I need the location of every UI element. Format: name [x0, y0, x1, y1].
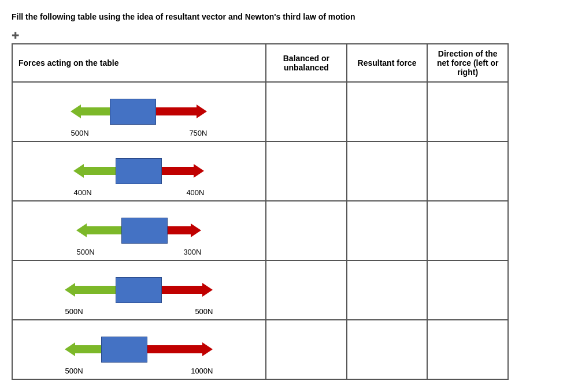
left-force-label: 500N	[65, 367, 83, 375]
row-2-resultant[interactable]	[347, 141, 428, 201]
block	[121, 218, 168, 244]
right-arrow-head	[202, 283, 213, 297]
right-force-label: 400N	[186, 188, 204, 197]
left-force-label: 400N	[73, 188, 91, 197]
block	[116, 158, 162, 184]
right-arrow-shaft	[162, 286, 202, 294]
row-3-direction[interactable]	[427, 201, 508, 260]
right-arrow-shaft	[147, 345, 202, 353]
row-5-diagram: 500N 1000N	[12, 320, 266, 379]
left-arrow-shaft	[75, 345, 101, 353]
left-force-label: 500N	[71, 129, 88, 137]
block	[101, 337, 147, 363]
force-diagram-2: 400N 400N	[18, 147, 260, 196]
left-arrow-shaft	[84, 167, 116, 175]
row-5-balanced[interactable]	[266, 320, 347, 379]
left-arrow-shaft	[87, 226, 121, 234]
left-arrow-head	[73, 164, 84, 178]
row-5-direction[interactable]	[427, 320, 508, 379]
row-3-balanced[interactable]	[266, 201, 347, 260]
block	[116, 277, 162, 303]
left-force-label: 500N	[76, 248, 94, 256]
force-diagram-5: 500N 1000N	[18, 325, 260, 374]
row-1-balanced[interactable]	[266, 82, 347, 141]
right-arrow-shaft	[168, 226, 191, 234]
move-icon: ✚	[12, 30, 19, 41]
row-3-resultant[interactable]	[347, 201, 428, 260]
force-diagram-4: 500N 500N	[18, 266, 260, 315]
left-arrow-head	[76, 223, 87, 237]
row-4-diagram: 500N 500N	[12, 260, 266, 320]
right-arrow-head	[191, 223, 201, 237]
row-4-balanced[interactable]	[266, 260, 347, 320]
left-arrow-head	[65, 342, 75, 356]
row-1-direction[interactable]	[427, 82, 508, 141]
left-arrow-head	[65, 283, 75, 297]
row-2-direction[interactable]	[427, 141, 508, 201]
row-5-resultant[interactable]	[347, 320, 428, 379]
right-arrow-head	[194, 164, 204, 178]
header-col2: Balanced or unbalanced	[266, 44, 347, 82]
header-col3: Resultant force	[347, 44, 428, 82]
left-force-label: 500N	[65, 307, 83, 316]
right-arrow-shaft	[162, 167, 194, 175]
row-1-diagram: 500N 750N	[12, 82, 266, 141]
row-3-diagram: 500N 300N	[12, 201, 266, 260]
force-diagram-1: 500N 750N	[18, 87, 260, 136]
right-force-label: 750N	[189, 129, 207, 137]
header-col4: Direction of the net force (left or righ…	[427, 44, 508, 82]
right-force-label: 500N	[195, 307, 213, 316]
left-arrow-head	[71, 104, 81, 118]
instruction-text: Fill the following table using the idea …	[12, 12, 416, 23]
row-4-resultant[interactable]	[347, 260, 428, 320]
right-arrow-head	[202, 342, 213, 356]
left-arrow-shaft	[81, 107, 110, 115]
row-2-diagram: 400N 400N	[12, 141, 266, 201]
right-arrow-shaft	[156, 107, 197, 115]
row-2-balanced[interactable]	[266, 141, 347, 201]
block	[110, 99, 156, 125]
right-arrow-head	[197, 104, 207, 118]
header-col1: Forces acting on the table	[12, 44, 266, 82]
force-diagram-3: 500N 300N	[18, 206, 260, 255]
row-1-resultant[interactable]	[347, 82, 428, 141]
left-arrow-shaft	[75, 286, 116, 294]
main-table: Forces acting on the table Balanced or u…	[12, 43, 509, 380]
right-force-label: 300N	[183, 248, 201, 256]
right-force-label: 1000N	[191, 367, 213, 375]
row-4-direction[interactable]	[427, 260, 508, 320]
